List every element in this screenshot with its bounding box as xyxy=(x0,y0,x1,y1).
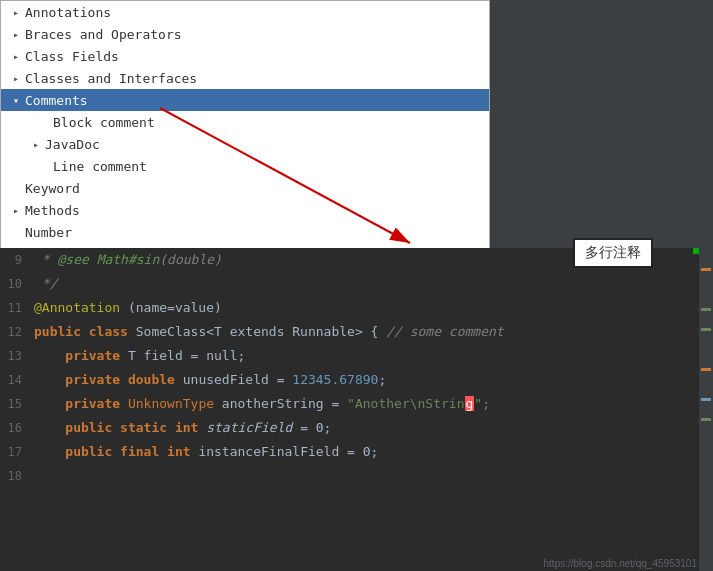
token: unusedField = xyxy=(175,372,292,387)
token xyxy=(167,420,175,435)
line-content: public final int instanceFinalField = 0; xyxy=(30,440,378,464)
chevron-icon: ▸ xyxy=(9,71,23,85)
tree-item-label: Block comment xyxy=(53,115,155,130)
tree-item-label: Methods xyxy=(25,203,80,218)
line-content: private UnknownType anotherString = "Ano… xyxy=(30,392,490,416)
line-content: public static int staticField = 0; xyxy=(30,416,331,440)
token: anotherString = xyxy=(214,396,347,411)
token: (double) xyxy=(159,252,222,267)
chevron-icon xyxy=(37,115,51,129)
tree-item-line-comment[interactable]: Line comment xyxy=(1,155,489,177)
tree-item-keyword[interactable]: Keyword xyxy=(1,177,489,199)
chevron-icon: ▸ xyxy=(29,137,43,151)
token: public xyxy=(65,420,112,435)
tree-item-classes-interfaces[interactable]: ▸Classes and Interfaces xyxy=(1,67,489,89)
token xyxy=(81,324,89,339)
chevron-icon xyxy=(9,225,23,239)
token: ; xyxy=(378,372,386,387)
line-number: 13 xyxy=(0,344,30,368)
line-number: 9 xyxy=(0,248,30,272)
token: T field = null; xyxy=(120,348,245,363)
code-line: 14 private double unusedField = 12345.67… xyxy=(0,368,713,392)
line-number: 12 xyxy=(0,320,30,344)
token: int xyxy=(167,444,190,459)
code-panel: 9 * @see Math#sin(double)10 */11@Annotat… xyxy=(0,248,713,571)
tree-item-comments[interactable]: ▾Comments xyxy=(1,89,489,111)
tree-item-label: Braces and Operators xyxy=(25,27,182,42)
line-content: public class SomeClass<T extends Runnabl… xyxy=(30,320,504,344)
scroll-marker-3 xyxy=(701,328,711,331)
tree-item-label: Line comment xyxy=(53,159,147,174)
scroll-marker-5 xyxy=(701,398,711,401)
chevron-icon: ▾ xyxy=(9,93,23,107)
code-line: 17 public final int instanceFinalField =… xyxy=(0,440,713,464)
token: "; xyxy=(474,396,490,411)
token: "Another\nStrin xyxy=(347,396,464,411)
token: int xyxy=(175,420,198,435)
token: static xyxy=(120,420,167,435)
annotation-label: 多行注释 xyxy=(573,238,653,268)
chevron-icon: ▸ xyxy=(9,27,23,41)
code-line: 11@Annotation (name=value) xyxy=(0,296,713,320)
token: g xyxy=(465,396,475,411)
tree-item-annotations[interactable]: ▸Annotations xyxy=(1,1,489,23)
chevron-icon xyxy=(37,159,51,173)
token: double xyxy=(128,372,175,387)
green-marker xyxy=(693,248,699,254)
token xyxy=(34,396,65,411)
scroll-marker-6 xyxy=(701,418,711,421)
token xyxy=(89,252,97,267)
token: instanceFinalField = 0; xyxy=(191,444,379,459)
token: @Annotation xyxy=(34,300,120,315)
tree-item-label: Comments xyxy=(25,93,88,108)
right-scrollbar[interactable] xyxy=(699,248,713,571)
code-line: 10 */ xyxy=(0,272,713,296)
line-content: * @see Math#sin(double) xyxy=(30,248,222,272)
token xyxy=(34,444,65,459)
watermark: https://blog.csdn.net/qq_45953101 xyxy=(544,558,697,569)
code-line: 18 xyxy=(0,464,713,488)
token xyxy=(34,348,65,363)
line-number: 18 xyxy=(0,464,30,488)
token: private xyxy=(65,348,120,363)
code-line: 15 private UnknownType anotherString = "… xyxy=(0,392,713,416)
tree-item-javadoc[interactable]: ▸JavaDoc xyxy=(1,133,489,155)
token: @see xyxy=(57,252,88,267)
scroll-marker-2 xyxy=(701,308,711,311)
scroll-marker-4 xyxy=(701,368,711,371)
chevron-icon: ▸ xyxy=(9,49,23,63)
tree-item-braces-operators[interactable]: ▸Braces and Operators xyxy=(1,23,489,45)
line-content: @Annotation (name=value) xyxy=(30,296,222,320)
token: // some comment xyxy=(386,324,503,339)
line-number: 14 xyxy=(0,368,30,392)
token: staticField xyxy=(206,420,292,435)
tree-item-label: JavaDoc xyxy=(45,137,100,152)
line-number: 16 xyxy=(0,416,30,440)
chevron-icon: ▸ xyxy=(9,203,23,217)
code-line: 13 private T field = null; xyxy=(0,344,713,368)
settings-panel: ▸Annotations▸Braces and Operators▸Class … xyxy=(0,0,490,250)
tree-item-methods[interactable]: ▸Methods xyxy=(1,199,489,221)
token xyxy=(159,444,167,459)
token: * xyxy=(34,252,57,267)
tree-item-number[interactable]: Number xyxy=(1,221,489,243)
tree-item-label: Class Fields xyxy=(25,49,119,64)
token: UnknownType xyxy=(128,396,214,411)
tree-item-block-comment[interactable]: Block comment xyxy=(1,111,489,133)
code-line: 16 public static int staticField = 0; xyxy=(0,416,713,440)
token xyxy=(112,420,120,435)
token: = 0; xyxy=(292,420,331,435)
line-content: private double unusedField = 12345.67890… xyxy=(30,368,386,392)
tree-item-class-fields[interactable]: ▸Class Fields xyxy=(1,45,489,67)
token: (name=value) xyxy=(120,300,222,315)
tree-item-label: Annotations xyxy=(25,5,111,20)
token xyxy=(34,420,65,435)
line-content: */ xyxy=(30,272,57,296)
token: Math#sin xyxy=(97,252,160,267)
tree-item-label: Number xyxy=(25,225,72,240)
line-number: 11 xyxy=(0,296,30,320)
token xyxy=(34,372,65,387)
line-number: 10 xyxy=(0,272,30,296)
token: */ xyxy=(34,276,57,291)
line-number: 17 xyxy=(0,440,30,464)
